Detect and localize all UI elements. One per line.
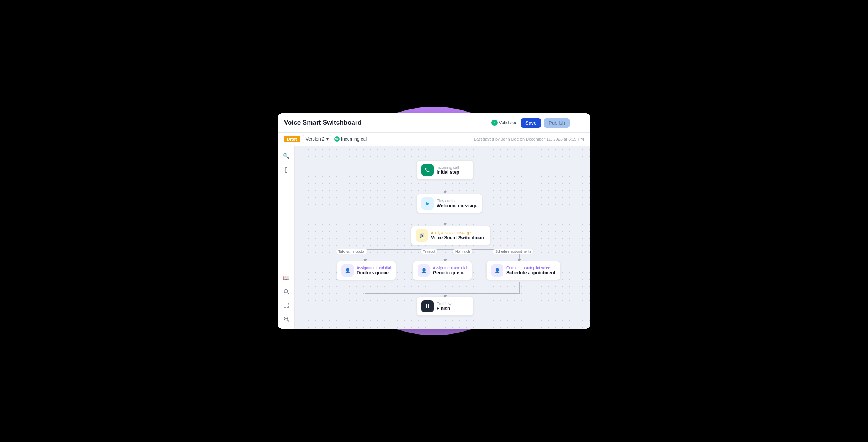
- generic-queue-text: Assignment and dial Generic queue: [433, 266, 467, 275]
- app-window: Voice Smart Switchboard ✓ Validated Save…: [278, 113, 590, 329]
- end-flow-icon: [421, 300, 434, 312]
- edge-label-schedule: Schedule appointments: [493, 249, 534, 254]
- edge-label-timeout: Timeout: [420, 249, 438, 254]
- toolbar-left: Draft Version 2 ▾ ☎ Incoming call: [284, 135, 368, 143]
- schedule-appointment-label: Connect to autopilot voice: [506, 266, 555, 270]
- left-sidebar: 🔍 {} 📖: [278, 146, 295, 329]
- incoming-call-icon: [421, 164, 434, 176]
- svg-line-1: [287, 293, 289, 294]
- end-flow-name: Finish: [437, 306, 451, 311]
- version-select[interactable]: Version 2 ▾: [303, 135, 331, 143]
- zoom-out-icon[interactable]: [280, 313, 292, 325]
- doctors-queue-node[interactable]: 👤 Assignment and dial Doctors queue: [337, 261, 396, 280]
- schedule-appointment-name: Schedule appointment: [506, 270, 555, 275]
- svg-line-5: [287, 320, 289, 322]
- validated-icon: ✓: [491, 120, 498, 126]
- analyze-voice-node[interactable]: 🔊 Analyze voice message Voice Smart Swit…: [411, 226, 491, 245]
- header: Voice Smart Switchboard ✓ Validated Save…: [278, 113, 590, 133]
- trigger-chip: ☎ Incoming call: [334, 136, 368, 142]
- incoming-call-text: Incoming call Initial step: [437, 165, 459, 175]
- end-flow-label: End flow: [437, 302, 451, 306]
- search-sidebar-icon[interactable]: 🔍: [280, 150, 292, 162]
- play-audio-text: Play audio Welcome message: [437, 199, 477, 208]
- trigger-icon: ☎: [334, 136, 340, 142]
- doctors-queue-name: Doctors queue: [357, 270, 391, 275]
- analyze-voice-name: Voice Smart Switchboard: [431, 235, 486, 240]
- book-icon[interactable]: 📖: [280, 272, 292, 284]
- canvas-area[interactable]: 🔍 {} 📖: [278, 146, 590, 329]
- play-audio-node[interactable]: ▶ Play audio Welcome message: [416, 194, 482, 213]
- more-button[interactable]: ⋯: [573, 118, 584, 128]
- doctors-queue-label: Assignment and dial: [357, 266, 391, 270]
- save-button[interactable]: Save: [521, 118, 541, 128]
- schedule-appointment-node[interactable]: 👤 Connect to autopilot voice Schedule ap…: [486, 261, 560, 280]
- app-title: Voice Smart Switchboard: [284, 119, 362, 127]
- svg-rect-20: [426, 304, 427, 308]
- generic-queue-icon: 👤: [418, 264, 430, 277]
- flow-canvas[interactable]: Incoming call Initial step ▶ Play audio …: [295, 146, 590, 329]
- expand-icon[interactable]: [280, 299, 292, 311]
- end-flow-node[interactable]: End flow Finish: [416, 297, 474, 316]
- play-audio-name: Welcome message: [437, 203, 477, 208]
- generic-queue-node[interactable]: 👤 Assignment and dial Generic queue: [413, 261, 472, 280]
- draft-badge: Draft: [284, 136, 300, 142]
- generic-queue-label: Assignment and dial: [433, 266, 467, 270]
- end-flow-text: End flow Finish: [437, 302, 451, 311]
- trigger-label: Incoming call: [341, 136, 368, 142]
- validated-badge: ✓ Validated: [491, 120, 518, 126]
- chevron-down-icon: ▾: [326, 136, 329, 142]
- code-sidebar-icon[interactable]: {}: [280, 163, 292, 176]
- header-actions: ✓ Validated Save Publish ⋯: [491, 118, 584, 128]
- publish-button[interactable]: Publish: [544, 118, 570, 128]
- doctors-queue-icon: 👤: [341, 264, 354, 277]
- incoming-call-node[interactable]: Incoming call Initial step: [416, 160, 474, 179]
- analyze-voice-text: Analyze voice message Voice Smart Switch…: [431, 231, 486, 240]
- analyze-voice-label: Analyze voice message: [431, 231, 486, 235]
- incoming-call-label: Incoming call: [437, 165, 459, 170]
- incoming-call-name: Initial step: [437, 170, 459, 175]
- schedule-appointment-text: Connect to autopilot voice Schedule appo…: [506, 266, 555, 275]
- version-label: Version 2: [306, 136, 325, 142]
- zoom-in-icon[interactable]: [280, 285, 292, 298]
- svg-rect-21: [428, 304, 429, 308]
- play-audio-icon: ▶: [421, 197, 434, 210]
- last-saved: Last saved by John Doe on December 11, 2…: [474, 137, 584, 141]
- edge-label-talk-doctor: Talk with a doctor: [336, 249, 368, 254]
- doctors-queue-text: Assignment and dial Doctors queue: [357, 266, 391, 275]
- schedule-appointment-icon: 👤: [491, 264, 503, 277]
- play-audio-label: Play audio: [437, 199, 477, 203]
- edge-label-no-match: No match: [453, 249, 473, 254]
- analyze-voice-icon: 🔊: [416, 229, 428, 242]
- toolbar: Draft Version 2 ▾ ☎ Incoming call Last s…: [278, 133, 590, 146]
- generic-queue-name: Generic queue: [433, 270, 467, 275]
- validated-label: Validated: [499, 120, 518, 125]
